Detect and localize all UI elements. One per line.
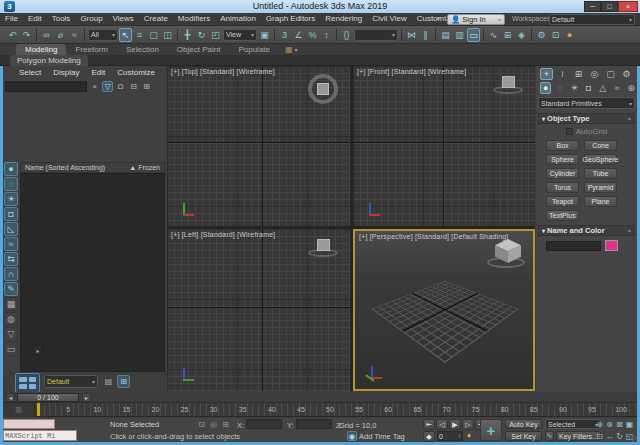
selection-lock-toggle[interactable]: ◉: [347, 431, 357, 441]
key-mode-toggle[interactable]: ◆: [423, 431, 435, 442]
display-tab-icon[interactable]: ▢: [604, 68, 617, 80]
next-frame-button[interactable]: ▷: [462, 419, 474, 430]
viewport-left-label[interactable]: [+] [Left] [Standard] [Wireframe]: [171, 231, 275, 238]
name-color-rollout-header[interactable]: ▾ Name and Color ▪: [538, 225, 635, 236]
object-name-input[interactable]: [546, 241, 601, 251]
play-button[interactable]: ▶: [449, 419, 461, 430]
isolate-selection-icon[interactable]: ⊡: [196, 419, 207, 430]
explorer-list-view-icon[interactable]: ▤: [102, 375, 115, 388]
object-type-button-sphere[interactable]: Sphere: [546, 154, 579, 165]
use-pivot-center-icon[interactable]: ▣: [258, 28, 271, 42]
macro-recorder-field[interactable]: [3, 419, 55, 429]
systems-category-icon[interactable]: ⊛: [626, 82, 637, 94]
absolute-mode-icon[interactable]: ⊞: [220, 419, 231, 430]
reference-coordinate-dropdown[interactable]: View▾: [223, 29, 257, 41]
auto-key-button[interactable]: Auto Key: [505, 419, 542, 429]
x-coordinate-field[interactable]: [246, 419, 282, 429]
scene-explorer-toggle-icon[interactable]: ▤: [439, 28, 452, 42]
menu-graph-editors[interactable]: Graph Editors: [261, 13, 320, 25]
viewport-top-label[interactable]: [+] [Top] [Standard] [Wireframe]: [171, 68, 275, 75]
percent-snap-icon[interactable]: %: [306, 28, 319, 42]
shapes-category-icon[interactable]: ◌: [554, 82, 565, 94]
mirror-icon[interactable]: ⋈: [405, 28, 418, 42]
select-and-scale-icon[interactable]: ◰: [209, 28, 222, 42]
ribbon-tab-object-paint[interactable]: Object Paint: [168, 44, 230, 55]
select-and-move-icon[interactable]: ╋: [181, 28, 194, 42]
select-object-icon[interactable]: ↖: [119, 28, 132, 42]
viewport-front[interactable]: [+] [Front] [Standard] [Wireframe]: [353, 66, 535, 226]
track-bar[interactable]: ▥ 51015202530354045505560657075808590951…: [3, 403, 637, 417]
motion-tab-icon[interactable]: ◎: [588, 68, 601, 80]
previous-frame-button[interactable]: ◁: [436, 419, 448, 430]
next-frame-arrow[interactable]: ▸: [82, 393, 91, 402]
y-coordinate-field[interactable]: [296, 419, 332, 429]
set-keys-button[interactable]: +: [480, 419, 502, 441]
filter-spacewarps-icon[interactable]: ≈: [4, 237, 18, 251]
ribbon-tab-freeform[interactable]: Freeform: [66, 44, 116, 55]
set-key-icon[interactable]: ♦: [467, 431, 471, 440]
undo-icon[interactable]: ↶: [6, 28, 19, 42]
explorer-item-list[interactable]: [20, 173, 165, 372]
filter-geometry-icon[interactable]: ●: [4, 162, 18, 176]
offset-mode-icon[interactable]: ◎: [208, 419, 219, 430]
lights-category-icon[interactable]: ☀: [569, 82, 580, 94]
current-frame-field[interactable]: 0 ↕: [437, 431, 463, 441]
select-and-link-icon[interactable]: ∞: [40, 28, 53, 42]
viewcube[interactable]: [502, 76, 515, 88]
menu-tools[interactable]: Tools: [47, 13, 76, 25]
helpers-category-icon[interactable]: △: [597, 82, 608, 94]
viewcube[interactable]: [308, 74, 338, 104]
explorer-collapse-button[interactable]: ▸: [33, 345, 43, 355]
hierarchy-tab-icon[interactable]: ⊞: [572, 68, 585, 80]
spinner-icon[interactable]: ↕: [458, 433, 461, 439]
cameras-category-icon[interactable]: ◘: [583, 82, 594, 94]
minimize-button[interactable]: ─: [584, 1, 601, 12]
viewport-top[interactable]: [+] [Top] [Standard] [Wireframe]: [167, 66, 350, 226]
viewport-left[interactable]: [+] [Left] [Standard] [Wireframe]: [167, 229, 350, 391]
add-time-tag-button[interactable]: Add Time Tag: [359, 432, 405, 441]
unlink-selection-icon[interactable]: ⌀: [54, 28, 67, 42]
select-by-name-icon[interactable]: ≡: [133, 28, 146, 42]
sign-in-button[interactable]: 👤 Sign In ▾: [447, 14, 505, 25]
filter-containers-icon[interactable]: ▦: [4, 297, 18, 311]
set-key-button[interactable]: Set Key: [505, 431, 542, 441]
autogrid-checkbox[interactable]: AutoGrid: [536, 127, 637, 136]
menu-modifiers[interactable]: Modifiers: [173, 13, 215, 25]
angle-snap-icon[interactable]: ∠: [292, 28, 305, 42]
workspaces-dropdown[interactable]: Default ▾: [549, 14, 635, 25]
filter-cameras-icon[interactable]: ◘: [4, 207, 18, 221]
explorer-menu-customize[interactable]: Customize: [111, 68, 161, 77]
ribbon-tab-selection[interactable]: Selection: [117, 44, 168, 55]
selection-filter-dropdown[interactable]: All▾: [88, 29, 118, 41]
explorer-menu-edit[interactable]: Edit: [85, 68, 111, 77]
zoom-all-icon[interactable]: ⊛: [605, 419, 614, 429]
object-type-button-cylinder[interactable]: Cylinder: [546, 168, 579, 179]
rendered-frame-icon[interactable]: ⊡: [549, 28, 562, 42]
object-type-button-pyramid[interactable]: Pyramid: [584, 182, 617, 193]
pan-icon[interactable]: ↔: [605, 431, 614, 441]
filter-xrefs-icon[interactable]: ∩: [4, 267, 18, 281]
close-button[interactable]: ×: [618, 1, 638, 12]
object-type-rollout-header[interactable]: ▾ Object Type ▪: [538, 113, 635, 124]
resize-grip[interactable]: [630, 435, 637, 442]
schematic-view-icon[interactable]: ⊞: [501, 28, 514, 42]
filter-shapes-icon[interactable]: ◌: [4, 177, 18, 191]
bind-to-space-warp-icon[interactable]: ≈: [68, 28, 81, 42]
object-type-button-plane[interactable]: Plane: [584, 196, 617, 207]
viewport-layout-tab-button[interactable]: [15, 373, 40, 393]
viewcube[interactable]: [317, 239, 330, 251]
track-bar-options-icon[interactable]: ▥: [3, 403, 35, 417]
object-type-button-textplus[interactable]: TextPlus: [546, 210, 579, 221]
explorer-menu-display[interactable]: Display: [47, 68, 85, 77]
frozen-column-header[interactable]: ▲ Frozen: [129, 164, 160, 171]
material-editor-icon[interactable]: ◈: [515, 28, 528, 42]
current-frame-marker[interactable]: [37, 403, 40, 416]
time-slider-track[interactable]: ◂ 0 / 100 ▸: [3, 392, 637, 403]
ribbon-tab-populate[interactable]: Populate: [229, 44, 279, 55]
object-type-button-teapot[interactable]: Teapot: [546, 196, 579, 207]
menu-civil-view[interactable]: Civil View: [367, 13, 412, 25]
viewport-perspective[interactable]: [+] [Perspective] [Standard] [Default Sh…: [353, 229, 535, 391]
menu-group[interactable]: Group: [75, 13, 107, 25]
filter-helpers-icon[interactable]: ◺: [4, 222, 18, 236]
primitive-category-dropdown[interactable]: Standard Primitives ▾: [538, 97, 635, 109]
